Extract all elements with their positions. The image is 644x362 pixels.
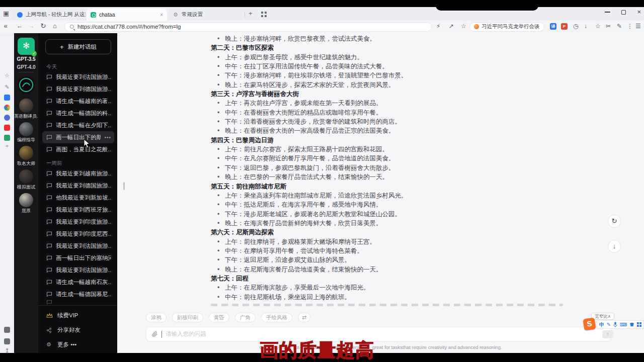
chat-history-item[interactable]: 请生成一幅德国慕尼...	[42, 288, 114, 300]
favorites-icon[interactable]: ☆	[595, 23, 601, 30]
chat-history-item[interactable]: 我最近要到印度尼西...	[42, 228, 114, 240]
assistant-item[interactable]: 英语翻译员...	[14, 97, 38, 121]
back-button[interactable]: ←	[15, 22, 24, 30]
ime-mic-icon[interactable]	[613, 322, 617, 327]
menu-icon[interactable]: ☰	[635, 23, 641, 30]
address-bar[interactable]: https://cat.chat778.com/#/home?from=lg	[64, 22, 432, 32]
attach-paperclip-icon[interactable]	[151, 330, 158, 338]
rail-add-icon[interactable]: +	[0, 143, 14, 149]
chat-history-item[interactable]: 我最近要到德国旅游...	[42, 83, 114, 95]
new-tab-button[interactable]: +	[249, 10, 253, 17]
download-icon[interactable]: ↓	[584, 23, 587, 30]
assistant-item[interactable]: 取名大师	[14, 144, 38, 168]
hot-news-chip[interactable]: 习近平同马克龙举行会谈	[469, 22, 544, 32]
bullet-icon: •	[217, 71, 225, 80]
chat-history-item[interactable]: 画图，当夏日之花般...	[42, 143, 114, 155]
assistant-item[interactable]: 模拟面试	[14, 168, 38, 192]
rail-notes-icon[interactable]: ✎	[0, 84, 14, 90]
chat-history-item[interactable]: 我最近要到法国旅游...	[42, 240, 114, 252]
tab-chataa[interactable]: chataa ×	[87, 9, 167, 21]
translate-extension-icon[interactable]: 译	[550, 23, 556, 30]
ime-keyboard-icon[interactable]: ⌨	[620, 322, 627, 327]
tab-close-icon[interactable]: ×	[160, 12, 163, 18]
share-icon[interactable]: ↗	[449, 23, 454, 30]
item-more-button[interactable]: •••	[104, 135, 111, 140]
message-input[interactable]: 请输入您的问题	[146, 327, 611, 341]
history-icon[interactable]: ◷	[573, 23, 578, 30]
style-chip[interactable]: 刻板印刷	[172, 313, 203, 322]
chat-sidebar: + 新建对话组 今天我最近要到法国旅游...我最近要到德国旅游...请生成一幅越…	[38, 33, 117, 353]
rail-reader-icon[interactable]	[4, 135, 10, 141]
check-badge-icon: ✓	[31, 51, 37, 56]
chat-history-item[interactable]: 请生成一幅德国的科...	[42, 107, 114, 119]
chat-history-item[interactable]: 画一幅日出下的斯特...•••	[42, 131, 114, 143]
tab-nav-home[interactable]: 上网导航 - 轻快上网 从这里开始	[13, 9, 86, 21]
maximize-button[interactable]	[621, 10, 626, 15]
scroll-to-bottom-button[interactable]: ↓	[608, 240, 621, 253]
model-gpt35-label[interactable]: GPT-3.5	[14, 56, 38, 62]
ime-lang-icon[interactable]: 中	[599, 321, 604, 328]
ime-skin-icon[interactable]	[629, 322, 634, 327]
ime-toolbox-icon[interactable]	[637, 322, 641, 327]
new-chat-button[interactable]: + 新建对话组	[45, 39, 111, 54]
assistant-item[interactable]: 编程指导	[14, 121, 38, 144]
rail-profile-icon[interactable]	[4, 105, 10, 111]
edit-pen-icon[interactable]: ✎	[617, 23, 622, 30]
rail-paw-icon[interactable]	[4, 115, 10, 121]
url-text[interactable]: https://cat.chat778.com/#/home?from=lg	[77, 24, 181, 30]
home-button[interactable]: ⌂	[50, 22, 59, 30]
chat-history-item[interactable]: 请生成一幅越南石灰...	[42, 276, 114, 288]
scrollbar-thumb[interactable]	[123, 182, 125, 190]
collapse-sidebar-icon[interactable]: «	[1, 22, 10, 30]
style-chip[interactable]: 广角	[235, 313, 256, 322]
rail-mini-window-icon[interactable]	[4, 338, 10, 344]
itinerary-text: 下午：返回巴黎，参观巴黎凯旋门，沿着香榭丽舍大街散步。	[225, 164, 395, 171]
rail-player-icon[interactable]	[4, 327, 10, 333]
chat-history-item[interactable]: 我最近要到印度旅游...	[42, 216, 114, 228]
tab-groups-icon[interactable]	[261, 12, 267, 17]
workspace-icon[interactable]: ▣	[3, 10, 9, 17]
ime-pen-icon[interactable]: ✎	[607, 322, 611, 327]
style-chip[interactable]: 黄昏	[209, 313, 229, 322]
pdf-extension-icon[interactable]: P	[561, 23, 568, 30]
forward-button[interactable]: →	[27, 22, 36, 30]
rail-video-app-icon[interactable]	[4, 125, 10, 131]
chat-history-item[interactable]: 画一幅日出下的塞纳河	[42, 252, 114, 264]
sidebar-footer-share[interactable]: 分享好友	[42, 323, 113, 337]
assistant-item[interactable]: 屈原	[14, 192, 38, 215]
itinerary-text: 下午：漫步尼斯老城区，参观著名的尼斯大教堂和城堡山公园。	[225, 211, 401, 218]
shuffle-chips-button[interactable]: ⇄	[298, 313, 310, 322]
style-chip[interactable]: 涂鸦	[146, 313, 167, 322]
chat-history-item[interactable]: 请生成一幅在夕阳下...	[42, 119, 114, 131]
tab-bar: ▣ 上网导航 - 轻快上网 从这里开始 chataa × ⚙ 常规设置 + ×	[0, 7, 644, 21]
bullet-icon: •	[217, 154, 225, 163]
screenshot-icon[interactable]: ✂	[606, 23, 611, 30]
reload-button[interactable]: ↻	[39, 22, 48, 30]
sidebar-footer-crown[interactable]: 续费VIP	[42, 308, 113, 323]
chat-history-item[interactable]: 我最近要到法国旅游...	[42, 264, 114, 276]
chat-history-item[interactable]: 我最近要到法国旅游...	[42, 71, 114, 83]
minimize-button[interactable]	[605, 12, 610, 13]
chat-history-item[interactable]: 我最近要到越南旅游...	[42, 167, 114, 179]
ime-tooltip[interactable]: 宽窄比∧	[591, 313, 614, 320]
chat-history-item[interactable]: 我最近要到德国旅游...	[42, 179, 114, 192]
style-chip[interactable]: 手绘风格	[261, 313, 292, 322]
bullet-icon: •	[217, 108, 225, 117]
chat-history-item[interactable]: 他我最近要到新加坡...	[42, 192, 114, 204]
sogou-logo-icon[interactable]: S	[583, 318, 596, 331]
rail-messenger-icon[interactable]	[4, 95, 10, 101]
ime-collapse-button[interactable]: ↑	[602, 330, 613, 338]
bookmark-star-icon[interactable]: ☆	[461, 23, 466, 30]
more-options-icon[interactable]: ⋮	[627, 23, 633, 30]
window-controls: ×	[605, 9, 641, 15]
sidebar-footer-gear[interactable]: ⚙更多 •••	[42, 337, 113, 352]
chat-history-item[interactable]: 我最近要到西班牙旅...	[42, 204, 114, 216]
rail-star-icon[interactable]: ☆	[0, 72, 14, 79]
model-gpt40-label[interactable]: GPT-4.0	[14, 64, 38, 70]
chataa-logo-icon[interactable]	[18, 76, 35, 94]
close-button[interactable]: ×	[637, 9, 641, 15]
lightning-icon[interactable]: ⚡	[436, 23, 440, 30]
tab-settings[interactable]: ⚙ 常规设置	[169, 9, 213, 21]
regenerate-button[interactable]: ↻	[608, 215, 621, 228]
chat-history-item[interactable]: 请生成一幅越南的著...	[42, 95, 114, 107]
